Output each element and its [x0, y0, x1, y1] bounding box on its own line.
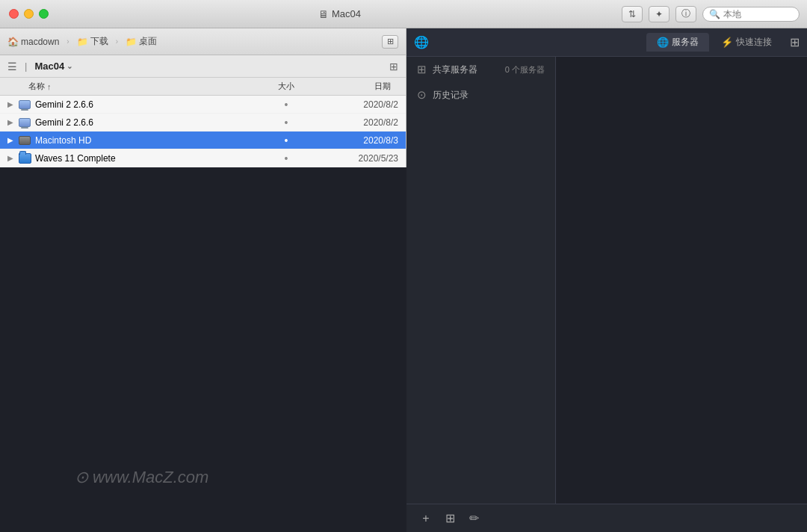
finder-view-icons-button[interactable]: ⊞	[389, 61, 398, 72]
window-icon: 🖥	[318, 8, 329, 20]
file-name: Macintosh HD	[35, 135, 264, 146]
sync-button[interactable]: ⇅	[622, 6, 643, 22]
file-size: •	[264, 117, 309, 129]
ftp-bottom-bar: + ⊞ ✏	[406, 504, 807, 532]
close-button[interactable]	[9, 9, 19, 19]
breadcrumb-desktop-label: 桌面	[139, 35, 157, 48]
tab-quickconnect[interactable]: ⚡ 快速连接	[711, 33, 782, 52]
ftp-grid-button[interactable]: ⊞	[790, 35, 800, 49]
info-button[interactable]: ⓘ	[675, 6, 696, 22]
breadcrumb-download[interactable]: 📁 下载	[77, 35, 108, 48]
name-column-header[interactable]: 名称 ↑	[28, 81, 264, 92]
ftp-tabs: 🌐 服务器 ⚡ 快速连接	[646, 33, 782, 52]
breadcrumb-desktop[interactable]: 📁 桌面	[126, 35, 157, 48]
history-label: 历史记录	[433, 89, 469, 102]
history-icon: ⊙	[417, 88, 427, 102]
ftp-toolbar: 🌐 🌐 服务器 ⚡ 快速连接 ⊞	[406, 28, 807, 57]
file-icon-drive	[18, 99, 31, 110]
file-list: ▶ Gemini 2 2.6.6 • 2020/8/2 ▶ Gemini 2 2…	[0, 96, 406, 167]
shared-servers-icon: ⊞	[417, 63, 427, 76]
file-icon-drive	[18, 117, 31, 128]
file-icon-hd	[18, 135, 31, 146]
watermark: ⊙ www.MacZ.com	[75, 468, 208, 487]
chevron-down-icon: ⌄	[67, 62, 72, 70]
size-column-header[interactable]: 大小	[264, 81, 309, 92]
file-size: •	[264, 99, 309, 111]
file-date: 2020/8/2	[309, 117, 398, 128]
location-title[interactable]: Mac04 ⌄	[34, 61, 72, 72]
file-size: •	[264, 152, 309, 164]
sidebar-item-history[interactable]: ⊙ 历史记录	[406, 82, 555, 108]
finder-header-left: ☰ | Mac04 ⌄	[7, 61, 72, 72]
table-row[interactable]: ▶ Gemini 2 2.6.6 • 2020/8/2	[0, 114, 406, 132]
folder-desktop-icon: 📁	[126, 37, 137, 47]
title-bar-right: ⇅ ✦ ⓘ 🔍	[622, 6, 807, 22]
ftp-globe-icon: 🌐	[414, 35, 429, 49]
folder-download-icon: 📁	[77, 37, 88, 47]
ftp-sidebar: ⊞ 共享服务器 0 个服务器 ⊙ 历史记录	[406, 57, 556, 504]
window-title: Mac04	[332, 8, 361, 19]
title-bar: 🖥 Mac04 ⇅ ✦ ⓘ 🔍	[0, 0, 807, 28]
add-server-button[interactable]: +	[417, 510, 435, 528]
breadcrumb-download-label: 下载	[90, 35, 108, 48]
file-date: 2020/8/3	[309, 135, 398, 146]
date-column-header[interactable]: 日期	[309, 81, 398, 92]
window-title-area: 🖥 Mac04	[58, 8, 622, 20]
breadcrumb-macdown[interactable]: 🏠 macdown	[7, 37, 59, 47]
tab-servers[interactable]: 🌐 服务器	[646, 33, 709, 52]
breadcrumb-sep-2: ›	[116, 37, 118, 46]
file-icon-folder	[18, 153, 31, 164]
expand-icon[interactable]: ▶	[7, 118, 18, 126]
header-separator: |	[25, 61, 27, 72]
file-name: Gemini 2 2.6.6	[35, 99, 264, 110]
file-name: Waves 11 Complete	[35, 153, 264, 164]
finder-panel-wrap: 🏠 macdown › 📁 下载 › 📁 桌面 ⊞ ☰	[0, 28, 406, 532]
file-name: Gemini 2 2.6.6	[35, 117, 264, 128]
quickconnect-tab-icon: ⚡	[721, 37, 733, 48]
ftp-main-area	[556, 57, 807, 504]
server-tab-icon: 🌐	[657, 37, 669, 48]
window-controls	[0, 9, 58, 19]
breadcrumb-macdown-label: macdown	[21, 37, 59, 47]
home-icon: 🏠	[7, 37, 19, 47]
table-row[interactable]: ▶ Gemini 2 2.6.6 • 2020/8/2	[0, 96, 406, 114]
search-input[interactable]	[723, 9, 791, 19]
table-row[interactable]: ▶ Macintosh HD • 2020/8/3	[0, 132, 406, 149]
file-date: 2020/5/23	[309, 153, 398, 164]
search-icon: 🔍	[709, 9, 720, 19]
main-content: 🏠 macdown › 📁 下载 › 📁 桌面 ⊞ ☰	[0, 28, 807, 532]
expand-icon[interactable]: ▶	[7, 136, 18, 144]
search-box[interactable]: 🔍	[702, 7, 800, 22]
finder-panel: 🏠 macdown › 📁 下载 › 📁 桌面 ⊞ ☰	[0, 28, 406, 167]
star-button[interactable]: ✦	[649, 6, 670, 22]
file-size: •	[264, 134, 309, 146]
breadcrumb-sep-1: ›	[67, 37, 69, 46]
file-date: 2020/8/2	[309, 99, 398, 110]
table-row[interactable]: ▶ Waves 11 Complete • 2020/5/23	[0, 149, 406, 167]
quickconnect-tab-label: 快速连接	[736, 36, 772, 49]
minimize-button[interactable]	[24, 9, 34, 19]
edit-server-button[interactable]: ✏	[465, 510, 483, 528]
finder-toolbar: 🏠 macdown › 📁 下载 › 📁 桌面 ⊞	[0, 28, 406, 55]
expand-icon[interactable]: ▶	[7, 100, 18, 108]
add-bookmark-button[interactable]: ⊞	[441, 510, 459, 528]
maximize-button[interactable]	[39, 9, 49, 19]
file-list-header: 名称 ↑ 大小 日期	[0, 78, 406, 96]
view-toggle-button[interactable]: ⊞	[382, 35, 398, 49]
location-title-text: Mac04	[34, 61, 64, 72]
ftp-panel: 🌐 🌐 服务器 ⚡ 快速连接 ⊞ ⊞ 共享服务器 0 个服务器	[406, 28, 807, 532]
sidebar-toggle-button[interactable]: ☰	[7, 61, 17, 72]
server-tab-label: 服务器	[672, 36, 699, 49]
shared-servers-label: 共享服务器	[433, 64, 477, 76]
expand-icon[interactable]: ▶	[7, 154, 18, 162]
server-count-badge: 0 个服务器	[505, 64, 545, 75]
sidebar-item-shared-servers[interactable]: ⊞ 共享服务器 0 个服务器	[406, 57, 555, 82]
ftp-content: ⊞ 共享服务器 0 个服务器 ⊙ 历史记录	[406, 57, 807, 504]
finder-header: ☰ | Mac04 ⌄ ⊞	[0, 55, 406, 78]
